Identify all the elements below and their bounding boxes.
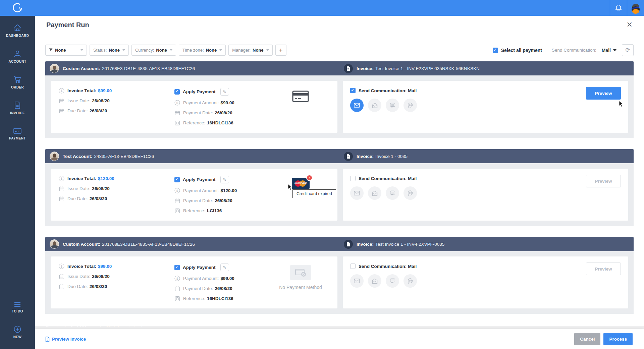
account-label: Custom Account: <box>63 242 100 247</box>
account-label: Test Account: <box>63 154 93 159</box>
due-date-value: 26/08/20 <box>90 284 107 289</box>
add-filter-button[interactable]: + <box>275 45 286 56</box>
sidebar-item-label: TO DO <box>12 309 23 313</box>
apply-payment-checkbox[interactable] <box>174 265 180 270</box>
voice-channel-button[interactable] <box>404 99 417 112</box>
sms-channel-button[interactable] <box>386 186 399 200</box>
currency-filter-select[interactable]: Currency: None <box>131 45 176 56</box>
select-all-checkbox[interactable] <box>493 48 498 53</box>
primary-filter-select[interactable]: None <box>45 45 87 56</box>
sidebar-item-account[interactable]: ACCOUNT <box>0 48 35 65</box>
invoice-total-label: Invoice Total: <box>67 88 96 93</box>
edit-payment-button[interactable]: ✎ <box>220 88 229 96</box>
voice-channel-button[interactable] <box>404 186 417 200</box>
reference-value: LCI136 <box>207 208 222 213</box>
email-channel-button[interactable] <box>350 274 364 288</box>
communication-panel: Send Communication: Mail <box>343 256 628 308</box>
credit-card-icon <box>13 127 22 134</box>
send-communication-label: Send Communication: <box>552 48 596 53</box>
account-header: Custom Account: 201768E3-DB1E-4835-AF13-… <box>45 239 339 249</box>
payment-card: Custom Account: 201768E3-DB1E-4835-AF13-… <box>45 237 634 314</box>
edit-payment-button[interactable]: ✎ <box>220 264 229 271</box>
payment-amount-value: $99.00 <box>221 100 234 105</box>
send-communication-label: Send Communication: Mail <box>359 264 417 269</box>
sidebar-item-todo[interactable]: TO DO <box>0 299 35 315</box>
reference-label: Reference: <box>183 208 205 213</box>
sms-channel-button[interactable] <box>386 99 399 112</box>
payment-card: Test Account: 24835-AF13-EB48D9EF1C26 In… <box>45 149 634 226</box>
due-date-label: Due Date: <box>67 284 88 289</box>
timezone-filter-select[interactable]: Time zone: None <box>179 45 226 56</box>
mastercard-label: MasterCard <box>292 182 310 184</box>
payment-amount-label: Payment Amount: <box>183 276 219 281</box>
close-icon[interactable]: ✕ <box>627 21 633 28</box>
apply-payment-label: Apply Payment <box>183 89 216 94</box>
sidebar-item-dashboard[interactable]: DASHBOARD <box>0 22 35 40</box>
sidebar-item-payment[interactable]: PAYMENT <box>0 125 35 142</box>
invoice-details-panel: $ Invoice Total: $99.00 Issue Date: <box>51 81 337 133</box>
preview-invoice-label: Preview Invoice <box>52 337 86 342</box>
payment-card-header: Custom Account: 201768E3-DB1E-4835-AF13-… <box>45 237 634 251</box>
calendar-icon <box>174 198 180 203</box>
filter-label: Time zone: <box>182 48 204 53</box>
invoice-badge <box>344 152 353 161</box>
invoice-details-panel: $ Invoice Total: $99.00 Issue Date: <box>51 256 337 308</box>
due-date-label: Due Date: <box>67 108 88 113</box>
voice-channel-button[interactable] <box>404 274 417 288</box>
dollar-icon: $ <box>59 88 64 94</box>
app-logo[interactable] <box>0 0 35 16</box>
payment-amount-value: $120.00 <box>221 188 237 193</box>
scroll-area[interactable]: None Status: None Currency: None Time zo… <box>35 34 644 326</box>
refresh-button[interactable]: ⟳ <box>622 44 634 56</box>
edit-payment-button[interactable]: ✎ <box>220 176 229 183</box>
credit-card-icon <box>292 91 309 102</box>
send-communication-checkbox[interactable] <box>350 176 356 181</box>
sidebar-item-invoice[interactable]: INVOICE <box>0 99 35 117</box>
account-label: Custom Account: <box>63 66 100 71</box>
footer: Preview Invoice Cancel Process <box>35 329 644 349</box>
calendar-icon <box>174 110 180 116</box>
invoice-header: Invoice: Test Invoice 1 - INV-F2XVPF-003… <box>339 240 634 249</box>
send-communication-checkbox[interactable] <box>350 88 356 93</box>
dollar-icon: $ <box>59 264 64 269</box>
invoice-total-value[interactable]: $99.00 <box>98 264 112 269</box>
payment-card-header: Test Account: 24835-AF13-EB48D9EF1C26 In… <box>45 149 634 163</box>
notifications-button[interactable] <box>610 0 627 16</box>
letter-channel-button[interactable] <box>368 186 381 200</box>
sidebar-item-new[interactable]: NEW <box>0 323 35 341</box>
communication-type-select[interactable]: Mail <box>602 48 616 53</box>
process-button[interactable]: Process <box>603 333 633 345</box>
svg-text:$: $ <box>176 277 178 280</box>
invoice-total-value[interactable]: $120.00 <box>98 176 114 181</box>
email-channel-button[interactable] <box>350 99 364 112</box>
mastercard-payment-method[interactable]: MasterCard ! <box>292 178 310 189</box>
page-header: Payment Run ✕ <box>35 16 644 34</box>
footer-gap <box>35 326 644 329</box>
preview-invoice-link[interactable]: Preview Invoice <box>45 337 86 342</box>
issue-date-label: Issue Date: <box>67 274 90 279</box>
preview-button: Preview <box>586 175 621 187</box>
email-channel-button[interactable] <box>350 186 364 200</box>
cancel-button[interactable]: Cancel <box>574 333 600 345</box>
payment-amount-label: Payment Amount: <box>183 100 219 105</box>
status-filter-select[interactable]: Status: None <box>90 45 129 56</box>
sidebar-item-order[interactable]: ORDER <box>0 73 35 91</box>
letter-channel-button[interactable] <box>368 274 381 288</box>
invoice-total-value[interactable]: $99.00 <box>98 88 112 93</box>
letter-channel-button[interactable] <box>368 99 381 112</box>
payment-date-value: 26/08/20 <box>215 286 232 291</box>
manager-filter-select[interactable]: Manager: None <box>228 45 272 56</box>
payment-amount-value: $99.00 <box>221 276 234 281</box>
filter-value: None <box>109 48 120 53</box>
dollar-icon: $ <box>174 276 180 281</box>
apply-payment-checkbox[interactable] <box>174 89 180 95</box>
issue-date-value: 26/08/20 <box>92 98 110 103</box>
sms-channel-button[interactable] <box>386 274 399 288</box>
preview-button[interactable]: Preview <box>586 87 621 100</box>
user-menu-button[interactable] <box>627 0 644 16</box>
account-header: Custom Account: 201768E3-DB1E-4835-AF13-… <box>45 64 339 73</box>
filter-value: None <box>253 48 264 53</box>
sidebar-item-label: DASHBOARD <box>6 34 29 38</box>
send-communication-checkbox[interactable] <box>350 264 356 269</box>
apply-payment-checkbox[interactable] <box>174 177 180 182</box>
